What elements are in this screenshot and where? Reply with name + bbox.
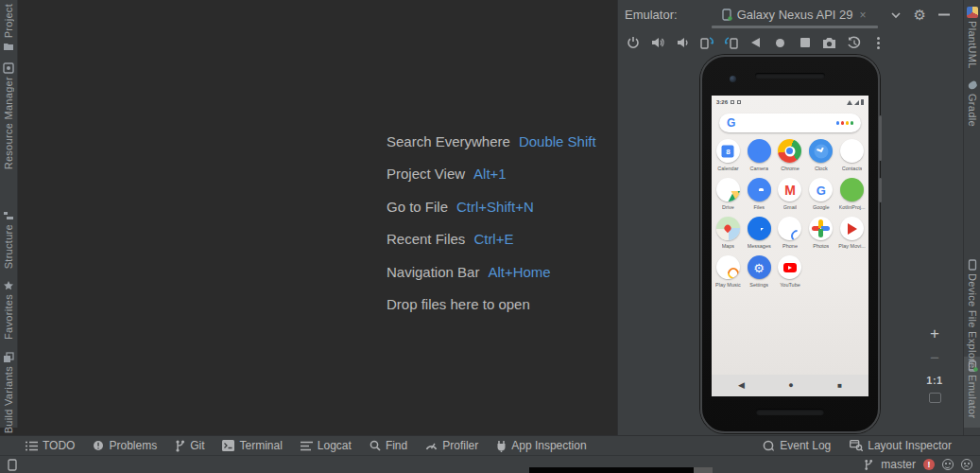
zoom-in-button[interactable]: +	[930, 324, 939, 343]
app-google[interactable]: G Google	[805, 178, 836, 217]
overview-button[interactable]	[796, 34, 814, 52]
app-calendar[interactable]: 8 Calendar	[713, 139, 744, 178]
volume-rocker	[879, 115, 882, 161]
bottom-speaker	[756, 409, 824, 415]
toolwindow-problems[interactable]: Problems	[93, 439, 157, 452]
app-play-music[interactable]: Play Music	[713, 255, 744, 294]
shortcut-row: Recent Files Ctrl+E	[387, 223, 596, 256]
sidebar-item-plantuml[interactable]: PlantUML	[964, 7, 980, 69]
app-clock[interactable]: Clock	[805, 139, 836, 178]
git-branch-icon	[175, 440, 185, 452]
feedback-happy-icon[interactable]	[942, 459, 954, 470]
toolwindow-logcat[interactable]: Logcat	[301, 439, 352, 452]
app-phone[interactable]: Phone	[775, 217, 806, 255]
sidebar-item-structure[interactable]: Structure	[0, 210, 17, 269]
sidebar-item-resource-manager[interactable]: Resource Manager	[0, 62, 17, 169]
app-chrome[interactable]: Chrome	[775, 139, 806, 178]
nav-back-icon[interactable]: ◀	[738, 381, 745, 390]
app-contacts[interactable]: Contacts	[836, 139, 868, 178]
device-screen[interactable]: 3:26 G	[712, 96, 868, 396]
signal-icon	[854, 100, 859, 105]
plantuml-icon	[967, 7, 978, 18]
shortcut-keys: Ctrl+E	[473, 231, 513, 247]
screenshot-camera-button[interactable]	[820, 34, 838, 52]
phone-icon	[778, 217, 801, 240]
emulator-icon	[967, 360, 978, 372]
sidebar-item-build-variants[interactable]: Build Variants	[0, 352, 17, 433]
app-drive[interactable]: Drive	[713, 178, 744, 217]
right-tool-strip: PlantUML Gradle Device File Explorer Emu…	[963, 0, 980, 435]
git-branch-name[interactable]: master	[881, 458, 916, 471]
app-camera[interactable]: Camera	[744, 139, 775, 178]
volume-up-button[interactable]	[648, 34, 666, 52]
emulator-toolbar	[624, 31, 887, 54]
more-options-kebab-icon[interactable]	[869, 34, 887, 52]
toolwindow-terminal[interactable]: Terminal	[222, 439, 282, 452]
app-kotlinproj[interactable]: KotlinProj...	[836, 178, 868, 217]
actual-size-button[interactable]: 1:1	[926, 375, 942, 387]
emulator-device-tab[interactable]: Galaxy Nexus API 29 ×	[715, 0, 872, 29]
volume-down-button[interactable]	[673, 34, 691, 52]
sidebar-item-gradle[interactable]: Gradle	[964, 79, 980, 127]
toolwindow-app-inspection[interactable]: App Inspection	[496, 439, 586, 452]
app-maps[interactable]: Maps	[713, 217, 744, 255]
rotate-left-button[interactable]	[697, 34, 715, 52]
sidebar-item-favorites[interactable]: Favorites	[0, 280, 17, 340]
calendar-icon: 8	[722, 145, 734, 157]
power-button[interactable]	[624, 34, 642, 52]
toolwindow-layout-inspector[interactable]: Layout Inspector	[850, 439, 952, 452]
toolwindow-todo[interactable]: TODO	[26, 439, 75, 452]
feedback-sad-icon[interactable]	[961, 459, 972, 470]
project-icon	[3, 41, 14, 52]
home-button[interactable]	[771, 34, 789, 52]
drive-icon	[716, 178, 740, 201]
sidebar-item-label: Project	[3, 4, 14, 38]
rotate-right-button[interactable]	[722, 34, 740, 52]
back-button[interactable]	[747, 34, 765, 52]
power-side-button	[879, 178, 882, 202]
sidebar-item-emulator[interactable]: Emulator	[964, 360, 980, 418]
shortcut-keys: Alt+1	[473, 166, 507, 182]
minimize-icon[interactable]	[938, 13, 950, 16]
toolwindow-event-log[interactable]: Event Log	[763, 439, 831, 452]
app-photos[interactable]: Photos	[805, 217, 836, 255]
connected-device-icon[interactable]	[8, 459, 17, 471]
nav-home-icon[interactable]: ●	[788, 381, 793, 390]
app-files[interactable]: Files	[744, 178, 775, 217]
sidebar-item-device-file-explorer[interactable]: Device File Explorer	[964, 259, 980, 372]
play-music-icon	[716, 255, 740, 279]
nav-overview-icon[interactable]: ■	[837, 382, 842, 390]
google-search-bar[interactable]: G	[719, 114, 861, 132]
toolwindow-find[interactable]: Find	[370, 439, 407, 452]
sidebar-item-project[interactable]: Project	[0, 4, 17, 52]
android-nav-bar: ◀ ● ■	[712, 375, 868, 396]
shortcut-row: Navigation Bar Alt+Home	[387, 255, 596, 289]
app-play-movies[interactable]: Play Movi...	[836, 217, 868, 255]
drop-files-hint: Drop files here to open	[387, 289, 596, 322]
app-messages[interactable]: Messages	[744, 217, 775, 255]
error-indicator[interactable]: !	[923, 459, 935, 470]
snapshots-button[interactable]	[845, 34, 863, 52]
emulator-zoom-controls: + − 1:1	[923, 324, 946, 403]
maps-icon	[716, 217, 740, 240]
tool-window-bar: TODO Problems Git Terminal	[0, 435, 980, 455]
sidebar-item-label: Device File Explorer	[967, 273, 978, 372]
chevron-down-icon[interactable]	[890, 11, 902, 19]
files-icon	[748, 178, 771, 201]
zoom-out-button[interactable]: −	[930, 349, 939, 368]
toolwindow-profiler[interactable]: Profiler	[425, 439, 478, 452]
app-settings[interactable]: ⚙ Settings	[744, 255, 775, 294]
shortcut-action: Navigation Bar	[387, 264, 479, 280]
app-youtube[interactable]: YouTube	[775, 255, 806, 294]
gradle-icon	[967, 79, 978, 91]
gear-icon[interactable]: ⚙	[914, 7, 926, 24]
app-inspection-icon	[496, 440, 507, 452]
assistant-icon[interactable]	[836, 121, 854, 125]
device-tab-label: Galaxy Nexus API 29	[737, 8, 853, 22]
fit-to-window-button[interactable]	[929, 393, 941, 403]
tab-close-icon[interactable]: ×	[859, 9, 866, 22]
contacts-icon	[840, 139, 864, 163]
virtual-device-galaxy-nexus[interactable]: 3:26 G	[700, 55, 880, 433]
toolwindow-git[interactable]: Git	[175, 439, 204, 452]
app-gmail[interactable]: M Gmail	[775, 178, 806, 217]
